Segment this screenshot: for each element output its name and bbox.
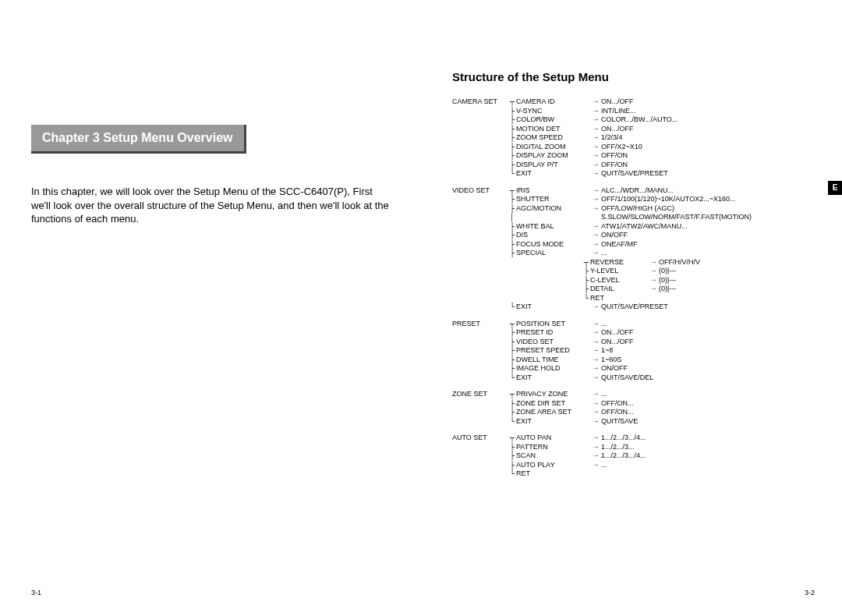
- menu-item-value: QUIT/SAVE: [601, 417, 638, 426]
- menu-section: CAMERA SET┬CAMERA ID→ON.../OFF├V-SYNC→IN…: [452, 97, 811, 179]
- menu-section-label: CAMERA SET: [452, 97, 508, 106]
- menu-row: AUTO SET┬AUTO PAN→1.../2.../3.../4...: [452, 434, 811, 443]
- arrow-icon: →: [590, 186, 601, 195]
- arrow-icon: →: [590, 443, 601, 451]
- tree-connector-icon: └: [508, 469, 516, 478]
- tree-connector-icon: ├: [508, 364, 516, 373]
- menu-item-value: QUIT/SAVE/PRESET: [601, 303, 668, 311]
- tree-connector-icon: ├: [508, 133, 516, 142]
- menu-row: ├ZOOM SPEED→1/2/3/4: [452, 133, 811, 143]
- menu-item-label: WHITE BAL: [516, 222, 590, 231]
- tree-connector-icon: ├: [508, 461, 516, 469]
- arrow-icon: →: [590, 434, 601, 442]
- arrow-icon: →: [590, 408, 601, 416]
- tree-connector-icon: ├: [508, 151, 516, 160]
- menu-item-label: PRESET SPEED: [516, 346, 590, 355]
- arrow-icon: →: [590, 133, 601, 142]
- menu-item-label: FOCUS MODE: [516, 240, 590, 249]
- menu-item-label: DISPLAY ZOOM: [516, 151, 590, 160]
- menu-item-value: ON.../OFF: [601, 125, 634, 133]
- menu-row: ├DIGITAL ZOOM→OFF/X2~X10: [452, 143, 811, 152]
- arrow-icon: →: [648, 267, 659, 275]
- menu-sub-row: └RET: [452, 294, 811, 303]
- tree-connector-icon: ┬: [508, 320, 516, 328]
- arrow-icon: →: [590, 107, 601, 115]
- arrow-icon: →: [590, 356, 601, 364]
- menu-item-label: ZONE DIR SET: [516, 399, 590, 408]
- menu-row: ├AGC/MOTION→OFF/LOW/HIGH (AGC): [452, 204, 811, 214]
- menu-item-value: OFF/LOW/HIGH (AGC): [601, 204, 674, 213]
- tree-connector-icon: └: [582, 294, 590, 303]
- menu-item-value: INT/LINE...: [601, 107, 636, 115]
- menu-row: ├DWELL TIME→1~60S: [452, 356, 811, 365]
- arrow-icon: →: [590, 222, 601, 231]
- menu-item-value: OFF/ON...: [601, 399, 634, 408]
- menu-item-label: COLOR/BW: [516, 115, 590, 124]
- tree-connector-icon: ├: [508, 399, 516, 408]
- arrow-icon: →: [590, 373, 601, 382]
- menu-row: VIDEO SET┬IRIS→ALC.../WDR.../MANU...: [452, 186, 811, 196]
- menu-item-label: ZOOM SPEED: [516, 133, 590, 142]
- arrow-icon: →: [590, 125, 601, 133]
- menu-row: ZONE SET┬PRIVACY ZONE→...: [452, 390, 811, 399]
- menu-item-label: DIS: [516, 231, 590, 239]
- menu-item-label: VIDEO SET: [516, 338, 590, 346]
- arrow-icon: →: [590, 97, 601, 106]
- menu-section: PRESET┬POSITION SET→...├PRESET ID→ON.../…: [452, 320, 811, 383]
- menu-row: └RET: [452, 469, 811, 479]
- arrow-icon: →: [590, 461, 601, 469]
- menu-item-label: PATTERN: [516, 443, 590, 451]
- menu-item-label: RET: [516, 469, 590, 478]
- menu-item-value: OFF/X2~X10: [601, 143, 642, 151]
- menu-row: ├COLOR/BW→COLOR.../BW.../AUTO...: [452, 115, 811, 125]
- menu-row: ├DIS→ON/OFF: [452, 231, 811, 240]
- menu-row: PRESET┬POSITION SET→...: [452, 320, 811, 329]
- menu-item-value: 1~8: [601, 346, 613, 355]
- menu-row: ├DISPLAY P/T→OFF/ON: [452, 161, 811, 170]
- menu-item-label: ZONE AREA SET: [516, 408, 590, 416]
- menu-item-value: OFF/H/V/H/V: [659, 258, 700, 267]
- menu-item-value: ...: [601, 249, 607, 257]
- menu-item-value: (0)|---: [659, 276, 676, 285]
- menu-item-value: ON/OFF: [601, 364, 628, 373]
- menu-section: VIDEO SET┬IRIS→ALC.../WDR.../MANU...├SHU…: [452, 186, 811, 312]
- tree-connector-icon: ┬: [508, 390, 516, 398]
- tree-connector-icon: └: [508, 417, 516, 426]
- menu-item-value: ON.../OFF: [601, 328, 634, 337]
- menu-item-value: QUIT/SAVE/DEL: [601, 373, 653, 382]
- menu-section-label: AUTO SET: [452, 434, 508, 442]
- tree-connector-icon: ├: [582, 285, 590, 293]
- menu-row: ├MOTION DET→ON.../OFF: [452, 125, 811, 134]
- arrow-icon: →: [590, 151, 601, 160]
- page-number-right: 3-2: [805, 589, 815, 597]
- arrow-icon: →: [648, 276, 659, 285]
- menu-item-value: OFF/ON: [601, 161, 628, 169]
- tree-connector-icon: ├: [508, 115, 516, 124]
- menu-item-label: CAMERA ID: [516, 97, 590, 106]
- tree-connector-icon: ├: [508, 231, 516, 239]
- arrow-icon: →: [590, 115, 601, 124]
- arrow-icon: →: [590, 417, 601, 426]
- menu-item-label: SPECIAL: [516, 249, 590, 257]
- menu-item-value: ALC.../WDR.../MANU...: [601, 186, 674, 195]
- menu-row: └EXIT→QUIT/SAVE/PRESET: [452, 169, 811, 179]
- menu-item-label: Y-LEVEL: [590, 267, 648, 275]
- menu-sub-row: ├Y-LEVEL→(0)|---: [452, 267, 811, 276]
- menu-item-label: SCAN: [516, 451, 590, 460]
- arrow-icon: →: [590, 231, 601, 239]
- menu-item-value: (0)|---: [659, 285, 676, 293]
- menu-item-label: V-SYNC: [516, 107, 590, 115]
- tree-connector-icon: ├: [508, 125, 516, 133]
- tree-connector-icon: ├: [508, 443, 516, 451]
- menu-section: ZONE SET┬PRIVACY ZONE→...├ZONE DIR SET→O…: [452, 390, 811, 426]
- menu-row: │ S.SLOW/SLOW/NORM/FAST/F.FAST(MOTION): [452, 213, 811, 222]
- tree-connector-icon: ├: [508, 240, 516, 249]
- menu-item-value: COLOR.../BW.../AUTO...: [601, 115, 677, 124]
- menu-item-value: (0)|---: [659, 267, 676, 275]
- arrow-icon: →: [590, 320, 601, 328]
- menu-item-value: ...: [601, 390, 607, 398]
- tree-connector-icon: ├: [508, 249, 516, 257]
- tree-connector-icon: ├: [508, 356, 516, 364]
- arrow-icon: →: [590, 143, 601, 151]
- arrow-icon: →: [590, 161, 601, 169]
